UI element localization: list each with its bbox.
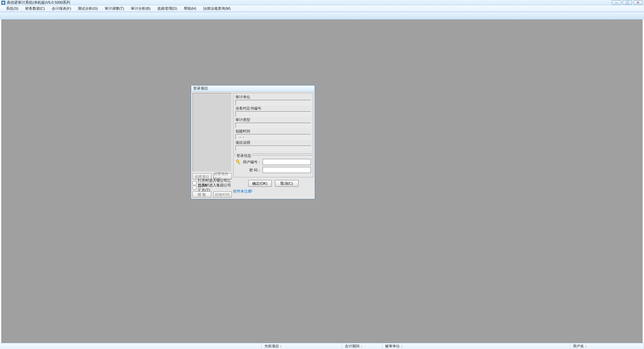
label-engagement-no: 业务约定书编号: [235, 106, 311, 111]
checkbox-group-summary[interactable]: 打开时进入集团公司汇总(T): [193, 185, 232, 190]
dialog-right-panel: 审计单位 业务约定书编号 审计类型 创建时间 项目说明 登录信息: [233, 93, 313, 197]
svg-rect-1: [2, 2, 4, 4]
menu-audit-adjust[interactable]: 审计调整(T): [101, 5, 127, 12]
input-engagement-no[interactable]: [235, 111, 311, 117]
app-icon: [1, 1, 5, 5]
login-info-caption: 登录信息: [235, 153, 252, 158]
menu-system[interactable]: 系统(S): [3, 5, 22, 12]
login-info-group: 登录信息 用户编号：: [233, 155, 313, 177]
dialog-title: 登录项目: [191, 85, 315, 92]
authorize-button[interactable]: 授 权: [193, 191, 211, 197]
input-audit-unit[interactable]: [235, 100, 311, 105]
svg-point-3: [237, 161, 238, 161]
label-audit-unit: 审计单位: [235, 95, 311, 99]
menu-reports[interactable]: 会计报表(F): [48, 5, 74, 12]
menu-finance-data[interactable]: 财务数据(C): [22, 5, 48, 12]
ok-button[interactable]: 确定(OK): [248, 180, 272, 187]
window-title: 鼎信诺审计系统(单机版)V6.0 5000系列: [7, 0, 612, 5]
input-password[interactable]: [263, 167, 311, 173]
menu-audit-analysis[interactable]: 审计分析(B): [127, 5, 154, 12]
toolbar: [0, 12, 644, 19]
status-period: 会计期间：: [342, 343, 382, 349]
key-icon: [235, 159, 241, 165]
menu-help[interactable]: 帮助(H): [180, 5, 200, 12]
status-spacer-left: [0, 343, 262, 349]
unregistered-link[interactable]: 软件未注册!: [233, 189, 313, 194]
dialog-title-text: 登录项目: [193, 86, 208, 91]
project-list[interactable]: [193, 93, 232, 172]
dialog-left-panel: 创建项目 设置项目路径 打开时进入母公司汇总(M) 打开时进入集团公司汇总(T)…: [193, 93, 232, 197]
mdi-workspace: 登录项目 创建项目 设置项目路径 打开时进入母公司汇总(M) 打开时进入集: [0, 19, 644, 343]
label-project-desc: 项目说明: [235, 140, 311, 145]
checkbox-group-summary-input[interactable]: [193, 186, 197, 190]
label-password: 密 码：: [243, 168, 261, 173]
input-audit-type[interactable]: [235, 123, 311, 128]
status-audited-unit: 被审单位：: [382, 343, 570, 349]
verify-time-button[interactable]: 校验时间: [213, 191, 232, 197]
minimize-button[interactable]: —: [612, 0, 621, 5]
cancel-button[interactable]: 取消(C): [275, 180, 299, 187]
maximize-button[interactable]: ▢: [623, 0, 632, 5]
input-project-desc[interactable]: [235, 146, 311, 151]
login-dialog: 登录项目 创建项目 设置项目路径 打开时进入母公司汇总(M) 打开时进入集: [191, 85, 315, 199]
menu-test-analysis[interactable]: 测试分析(G): [74, 5, 101, 12]
menu-bar: 系统(S) 财务数据(C) 会计报表(F) 测试分析(G) 审计调整(T) 审计…: [0, 5, 644, 12]
checkbox-parent-summary-input[interactable]: [193, 181, 197, 185]
close-button[interactable]: ✕: [633, 0, 643, 5]
status-bar: 当前项目： 会计期间： 被审单位： 用户名：: [0, 343, 644, 349]
label-audit-type: 审计类型: [235, 117, 311, 122]
window-controls: — ▢ ✕: [612, 0, 643, 5]
status-user: 用户名：: [570, 343, 644, 349]
input-user-id[interactable]: [263, 159, 311, 165]
window-titlebar: 鼎信诺审计系统(单机版)V6.0 5000系列 — ▢ ✕: [0, 0, 644, 5]
input-create-time[interactable]: [235, 134, 311, 139]
menu-workpapers[interactable]: 底稿管理(D): [154, 5, 180, 12]
menu-laws[interactable]: 法律法规查询(M): [200, 5, 234, 12]
project-info-panel: 审计单位 业务约定书编号 审计类型 创建时间 项目说明: [233, 93, 313, 154]
label-create-time: 创建时间: [235, 129, 311, 133]
status-current-project: 当前项目：: [262, 343, 342, 349]
label-user-id: 用户编号：: [243, 160, 261, 165]
